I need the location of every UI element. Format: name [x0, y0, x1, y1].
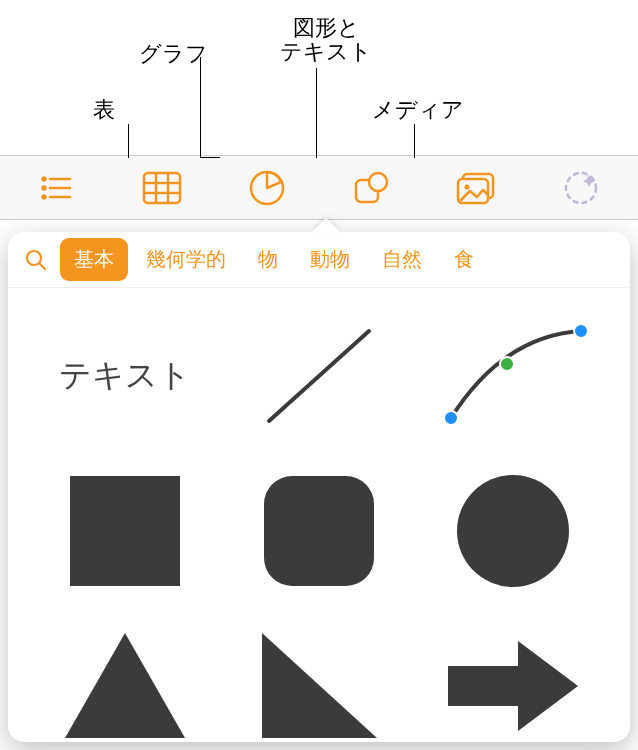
shape-rounded-square[interactable]	[222, 453, 416, 608]
shapes-icon	[352, 170, 390, 206]
svg-marker-27	[65, 633, 185, 738]
svg-point-22	[500, 357, 514, 371]
curve-icon	[433, 316, 593, 436]
arrow-right-icon	[443, 636, 583, 736]
shape-circle[interactable]	[416, 453, 610, 608]
annotation-layer: 表 グラフ 図形と テキスト メディア	[0, 0, 638, 155]
search-icon	[24, 248, 48, 272]
category-tab-nature[interactable]: 自然	[368, 238, 436, 281]
circle-icon	[453, 471, 573, 591]
svg-point-2	[43, 186, 46, 189]
category-tab-geometric[interactable]: 幾何学的	[132, 238, 240, 281]
line-icon	[249, 316, 389, 436]
svg-line-19	[40, 263, 46, 269]
popover-caret	[312, 218, 340, 232]
annotation-line	[414, 124, 415, 158]
svg-point-26	[457, 475, 569, 587]
svg-point-0	[43, 177, 46, 180]
svg-rect-6	[144, 173, 180, 203]
square-icon	[65, 471, 185, 591]
shapes-button[interactable]	[324, 156, 419, 219]
annotation-line	[128, 124, 129, 158]
shape-curve[interactable]	[416, 298, 610, 453]
sparkle-icon	[561, 169, 601, 207]
category-tab-objects[interactable]: 物	[244, 238, 292, 281]
svg-marker-28	[262, 633, 377, 738]
right-triangle-icon	[257, 628, 382, 742]
shape-arrow-right[interactable]	[416, 608, 610, 742]
annotation-shapes-text: 図形と テキスト	[280, 16, 372, 64]
svg-line-20	[269, 331, 369, 421]
svg-rect-25	[264, 476, 374, 586]
toolbar	[0, 155, 638, 220]
table-button[interactable]	[115, 156, 210, 219]
shapes-grid: テキスト	[8, 288, 630, 742]
svg-rect-24	[70, 476, 180, 586]
media-button[interactable]	[429, 156, 524, 219]
annotation-line	[200, 157, 220, 158]
svg-point-17	[566, 173, 596, 203]
rounded-square-icon	[259, 471, 379, 591]
table-icon	[142, 171, 182, 205]
outline-button[interactable]	[10, 156, 105, 219]
media-icon	[455, 170, 497, 206]
svg-point-23	[574, 324, 588, 338]
shape-right-triangle[interactable]	[222, 608, 416, 742]
category-tab-food[interactable]: 食	[440, 238, 488, 281]
pie-chart-icon	[248, 169, 286, 207]
text-shape-label: テキスト	[59, 354, 191, 398]
shape-square[interactable]	[28, 453, 222, 608]
shape-line[interactable]	[222, 298, 416, 453]
annotation-line	[200, 57, 201, 157]
svg-point-13	[369, 173, 387, 191]
list-icon	[40, 174, 74, 202]
annotation-line	[316, 68, 317, 158]
shape-text[interactable]: テキスト	[28, 298, 222, 453]
svg-marker-29	[448, 641, 578, 731]
search-button[interactable]	[16, 248, 56, 272]
shape-triangle[interactable]	[28, 608, 222, 742]
category-tab-basic[interactable]: 基本	[60, 238, 128, 281]
category-tab-animals[interactable]: 動物	[296, 238, 364, 281]
annotation-media: メディア	[372, 98, 464, 122]
triangle-icon	[60, 628, 190, 742]
shapes-popover: 基本 幾何学的 物 動物 自然 食 テキスト	[0, 220, 638, 742]
annotation-table: 表	[93, 98, 115, 122]
chart-button[interactable]	[219, 156, 314, 219]
svg-point-4	[43, 195, 46, 198]
animate-button[interactable]	[533, 156, 628, 219]
category-tabs: 基本 幾何学的 物 動物 自然 食	[8, 232, 630, 288]
annotation-chart: グラフ	[139, 42, 208, 66]
svg-point-21	[444, 411, 458, 425]
svg-point-16	[465, 184, 470, 189]
